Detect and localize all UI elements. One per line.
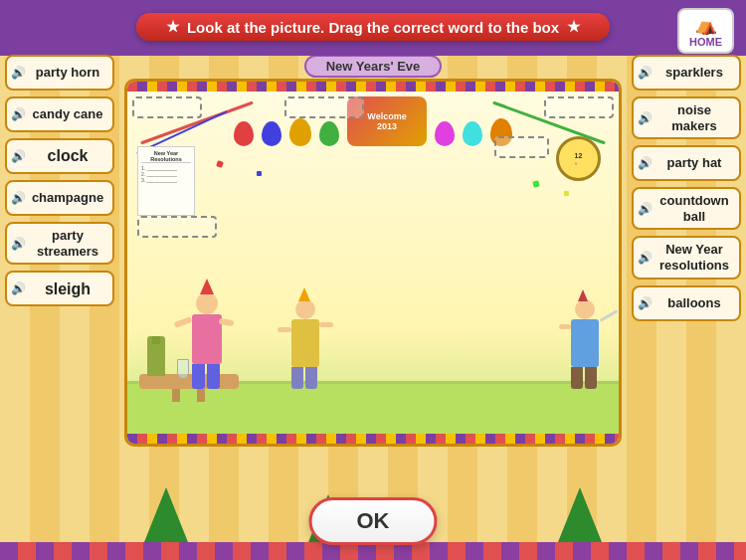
card-countdown-ball[interactable]: countdown ball — [632, 187, 741, 230]
balloon-green — [319, 121, 339, 146]
bottle — [147, 336, 165, 376]
resolutions-note: New YearResolutions 1. ___________ 2. __… — [137, 146, 195, 216]
right-card-list: sparklers noise makers party hat countdo… — [632, 55, 741, 321]
drop-zone-resolutions[interactable] — [132, 96, 202, 118]
tree-right — [558, 487, 602, 542]
scene-title: New Years' Eve — [304, 55, 443, 78]
home-button[interactable]: ⛺ HOME — [677, 8, 734, 54]
drop-zone-party-hat[interactable] — [544, 96, 614, 118]
table-top — [139, 374, 239, 389]
person-3 — [571, 319, 599, 389]
balloon-purple — [435, 121, 455, 146]
tent-icon: ⛺ — [695, 14, 717, 36]
card-clock[interactable]: clock — [5, 138, 114, 174]
person-1 — [192, 314, 222, 389]
confetti-2 — [257, 171, 262, 176]
balloon-cyan — [463, 121, 482, 146]
balloon-red — [234, 121, 254, 146]
drop-zone-streamers[interactable] — [137, 216, 217, 238]
card-sleigh[interactable]: sleigh — [5, 271, 114, 306]
glass-1 — [177, 359, 189, 379]
instruction-text: Look at the picture. Drag the correct wo… — [187, 19, 559, 36]
table-leg1 — [172, 388, 180, 402]
instruction-banner: ★ Look at the picture. Drag the correct … — [136, 13, 610, 41]
ok-button[interactable]: OK — [309, 497, 438, 545]
drop-zone-clock[interactable] — [494, 136, 549, 158]
scene-frame: Welcome2013 New YearResolutions 1. _____… — [124, 79, 622, 447]
card-balloons[interactable]: balloons — [632, 285, 741, 321]
table-leg2 — [197, 388, 205, 402]
star-right: ★ — [567, 18, 580, 36]
card-party-horn[interactable]: party horn — [5, 55, 114, 91]
card-party-streamers[interactable]: party streamers — [5, 222, 114, 265]
card-sparklers[interactable]: sparklers — [632, 55, 741, 91]
top-bar: ★ Look at the picture. Drag the correct … — [0, 0, 746, 38]
border-bottom-pattern — [127, 434, 619, 444]
tree-left — [144, 487, 188, 542]
border-top-pattern — [127, 82, 619, 92]
star-left: ★ — [166, 18, 179, 36]
home-label: HOME — [689, 36, 722, 48]
card-noise-makers[interactable]: noise makers — [632, 96, 741, 139]
card-candy-cane[interactable]: candy cane — [5, 96, 114, 132]
wall-clock: 12○ — [556, 136, 601, 181]
card-champagne[interactable]: champagne — [5, 180, 114, 216]
scene-area: New Years' Eve Welcome2013 New Y — [124, 55, 622, 447]
card-party-hat[interactable]: party hat — [632, 145, 741, 181]
balloon-orange — [289, 118, 311, 146]
card-new-year-resolutions[interactable]: New Year resolutions — [632, 236, 741, 279]
left-card-list: party horn candy cane clock champagne pa… — [5, 55, 114, 306]
drop-zone-balloons[interactable] — [284, 96, 364, 118]
balloon-blue — [262, 121, 281, 146]
person-2 — [291, 319, 319, 389]
confetti-4 — [564, 191, 569, 196]
